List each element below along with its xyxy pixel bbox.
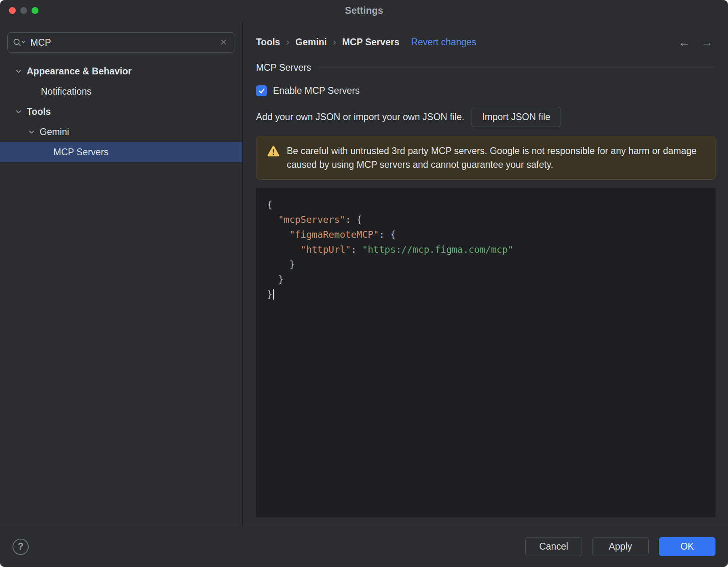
breadcrumb: Tools › Gemini › MCP Servers Revert chan… xyxy=(256,37,476,48)
chevron-right-icon: › xyxy=(286,37,290,48)
minimize-window-button[interactable] xyxy=(20,7,27,14)
chevron-right-icon: › xyxy=(333,37,336,48)
breadcrumb-mcp-servers: MCP Servers xyxy=(342,37,400,48)
search-input[interactable] xyxy=(30,37,218,49)
sidebar-item-gemini[interactable]: Gemini xyxy=(0,122,242,142)
clear-search-icon[interactable]: ✕ xyxy=(218,37,229,48)
sidebar-item-label: Gemini xyxy=(40,127,69,138)
breadcrumb-tools[interactable]: Tools xyxy=(256,37,280,48)
warning-text: Be careful with untrusted 3rd party MCP … xyxy=(287,144,703,171)
dialog-footer: ? Cancel Apply OK xyxy=(0,526,728,567)
checkbox-checked-icon[interactable] xyxy=(256,85,267,96)
section-title: MCP Servers xyxy=(256,62,311,73)
titlebar: Settings xyxy=(0,0,728,21)
search-icon xyxy=(13,38,26,47)
sidebar-item-label: Notifications xyxy=(41,86,91,97)
sidebar-item-label: Appearance & Behavior xyxy=(27,66,131,77)
sidebar-item-appearance-behavior[interactable]: Appearance & Behavior xyxy=(0,61,242,81)
chevron-down-icon[interactable] xyxy=(15,108,27,115)
warning-icon xyxy=(267,144,280,159)
settings-tree: Appearance & Behavior Notifications Tool… xyxy=(0,61,242,162)
warning-banner: Be careful with untrusted 3rd party MCP … xyxy=(256,136,715,180)
breadcrumb-gemini[interactable]: Gemini xyxy=(295,37,327,48)
settings-sidebar: ✕ Appearance & Behavior Notifications To xyxy=(0,21,243,526)
sidebar-item-label: Tools xyxy=(27,106,51,117)
chevron-down-icon[interactable] xyxy=(15,68,27,74)
sidebar-item-notifications[interactable]: Notifications xyxy=(0,81,242,102)
apply-button[interactable]: Apply xyxy=(592,537,649,556)
sidebar-item-label: MCP Servers xyxy=(53,147,108,158)
traffic-lights xyxy=(9,7,38,14)
sidebar-item-mcp-servers[interactable]: MCP Servers xyxy=(0,142,242,162)
settings-search-field[interactable]: ✕ xyxy=(7,32,235,53)
ok-button[interactable]: OK xyxy=(659,537,715,556)
add-json-text: Add your own JSON or import your own JSO… xyxy=(256,112,464,123)
section-divider xyxy=(318,68,715,68)
revert-changes-link[interactable]: Revert changes xyxy=(411,37,476,48)
help-button[interactable]: ? xyxy=(13,539,29,555)
import-json-button[interactable]: Import JSON file xyxy=(472,107,561,127)
close-window-button[interactable] xyxy=(9,7,16,14)
zoom-window-button[interactable] xyxy=(32,7,38,14)
settings-window: Settings ✕ xyxy=(0,0,728,567)
back-icon[interactable]: ← xyxy=(678,35,690,49)
cancel-button[interactable]: Cancel xyxy=(525,537,582,556)
settings-content: Tools › Gemini › MCP Servers Revert chan… xyxy=(243,21,728,526)
enable-mcp-servers-checkbox[interactable]: Enable MCP Servers xyxy=(256,85,360,96)
section-header: MCP Servers xyxy=(256,62,715,73)
window-title: Settings xyxy=(345,5,383,16)
forward-icon[interactable]: → xyxy=(701,35,713,49)
json-editor[interactable]: { "mcpServers": { "figmaRemoteMCP": { "h… xyxy=(256,188,715,517)
question-icon: ? xyxy=(18,541,23,552)
chevron-down-icon[interactable] xyxy=(28,129,40,135)
sidebar-item-tools[interactable]: Tools xyxy=(0,102,242,122)
checkbox-label: Enable MCP Servers xyxy=(273,85,360,96)
